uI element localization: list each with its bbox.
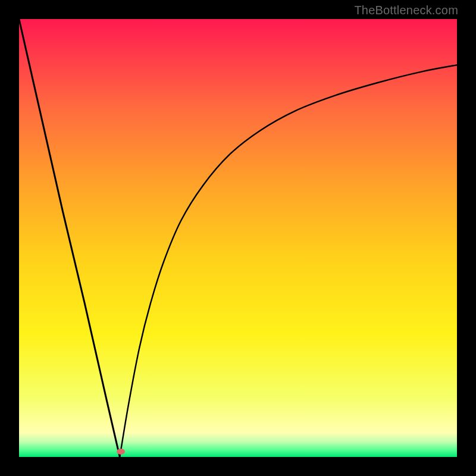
watermark-text: TheBottleneck.com: [354, 4, 458, 17]
minimum-marker: [117, 449, 125, 455]
plot-frame: [19, 19, 457, 457]
gradient-background: [19, 19, 457, 457]
bottleneck-chart: [19, 19, 457, 457]
